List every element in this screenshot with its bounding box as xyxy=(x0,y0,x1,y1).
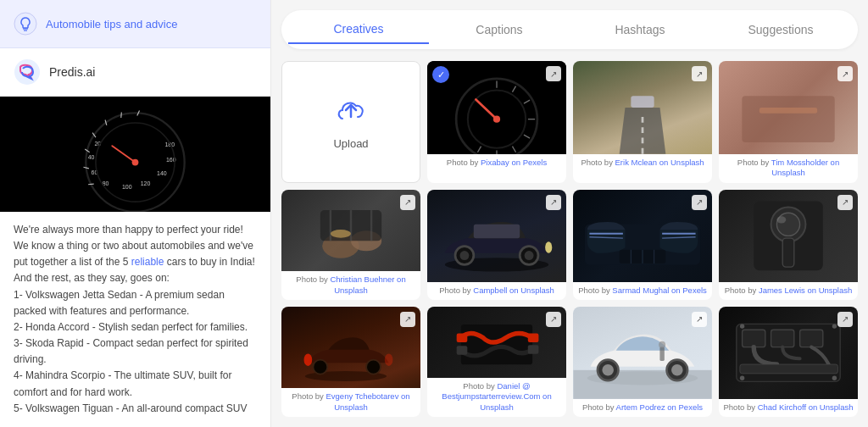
img-caption-5: Photo by Campbell on Unsplash xyxy=(427,282,566,300)
predis-name: Predis.ai xyxy=(49,65,95,79)
svg-rect-54 xyxy=(474,224,520,237)
img-caption-1: Photo by Pixabay on Pexels xyxy=(427,154,566,172)
predis-logo-icon xyxy=(14,58,41,86)
selected-check-icon: ✓ xyxy=(432,66,449,83)
svg-rect-44 xyxy=(760,108,817,114)
svg-rect-80 xyxy=(457,333,468,342)
svg-point-75 xyxy=(304,353,313,365)
svg-point-89 xyxy=(671,364,683,376)
external-link-icon-4[interactable]: ↗ xyxy=(400,195,415,210)
svg-rect-93 xyxy=(743,330,765,347)
svg-point-76 xyxy=(385,353,393,365)
image-cell-2[interactable]: ↗ Photo by Erik Mclean on Unsplash xyxy=(573,61,712,183)
svg-point-91 xyxy=(659,341,665,348)
image-cell-4[interactable]: ↗ Photo by Christian Buehner on Unsplash xyxy=(281,190,420,300)
main-image: 20 40 60 80 100 120 140 160 180 xyxy=(0,97,270,212)
image-cell-7[interactable]: ↗ Photo by James Lewis on Unsplash xyxy=(719,190,858,300)
external-link-icon-1[interactable]: ↗ xyxy=(546,66,561,81)
svg-rect-95 xyxy=(800,330,823,347)
img-caption-3: Photo by Tim Mossholder on Unsplash xyxy=(719,154,858,183)
image-grid: Upload xyxy=(281,61,858,417)
img-credit-link-10[interactable]: Artem Podrez on Pexels xyxy=(616,402,703,412)
external-link-icon-8[interactable]: ↗ xyxy=(400,312,415,327)
upload-cell[interactable]: Upload xyxy=(281,61,420,183)
svg-point-98 xyxy=(740,375,744,380)
image-cell-10[interactable]: ↗ Photo by Artem Podrez on Pexels xyxy=(573,307,712,417)
svg-point-73 xyxy=(776,216,786,223)
external-link-icon-7[interactable]: ↗ xyxy=(837,195,853,210)
svg-point-52 xyxy=(331,230,351,238)
svg-point-99 xyxy=(832,375,837,380)
image-cell-8[interactable]: ↗ Photo by Evgeny Tchebotarev on Unsplas… xyxy=(281,307,420,417)
img-credit-link-2[interactable]: Erik Mclean on Unsplash xyxy=(615,158,704,167)
tab-captions[interactable]: Captions xyxy=(429,16,570,43)
lightbulb-icon xyxy=(14,12,37,36)
svg-point-58 xyxy=(525,251,534,260)
svg-point-78 xyxy=(366,360,381,374)
upload-icon xyxy=(334,93,368,130)
right-panel: Creatives Captions Hashtags Suggestions … xyxy=(271,0,868,427)
img-caption-7: Photo by James Lewis on Unsplash xyxy=(719,282,858,300)
svg-text:140: 140 xyxy=(157,170,167,176)
brand-title: Automobile tips and advice xyxy=(46,18,177,30)
img-credit-link-6[interactable]: Sarmad Mughal on Pexels xyxy=(612,286,706,295)
external-link-icon-6[interactable]: ↗ xyxy=(692,195,707,210)
image-cell-3[interactable]: ↗ Photo by Tim Mossholder on Unsplash xyxy=(719,61,858,183)
svg-rect-41 xyxy=(631,96,654,108)
tab-hashtags[interactable]: Hashtags xyxy=(570,16,710,43)
image-cell-11[interactable]: ↗ Photo by Chad Kirchoff on Unsplash xyxy=(719,307,858,417)
svg-rect-94 xyxy=(771,330,794,347)
external-link-icon-5[interactable]: ↗ xyxy=(546,195,561,210)
img-caption-6: Photo by Sarmad Mughal on Pexels xyxy=(573,282,712,300)
svg-point-71 xyxy=(776,213,799,236)
img-credit-link-1[interactable]: Pixabay on Pexels xyxy=(481,158,547,167)
svg-point-77 xyxy=(313,360,327,374)
image-cell-6[interactable]: ↗ Photo by Sarmad Mughal on Pexels xyxy=(573,190,712,300)
img-credit-link-9[interactable]: Daniel @ Bestjumpstarterreview.Com on Un… xyxy=(442,381,551,412)
svg-rect-72 xyxy=(782,238,794,267)
svg-point-96 xyxy=(740,324,744,328)
img-credit-link-8[interactable]: Evgeny Tchebotarev on Unsplash xyxy=(326,391,410,411)
img-caption-9: Photo by Daniel @ Bestjumpstarterreview.… xyxy=(427,378,566,417)
svg-rect-82 xyxy=(457,346,468,355)
external-link-icon-2[interactable]: ↗ xyxy=(692,66,707,81)
external-link-icon-11[interactable]: ↗ xyxy=(837,312,853,327)
svg-point-23 xyxy=(132,159,139,166)
svg-text:120: 120 xyxy=(141,180,151,186)
img-credit-link-3[interactable]: Tim Mossholder on Unsplash xyxy=(771,158,839,177)
image-cell-1[interactable]: ✓ ↗ Photo by Pixabay on Pexels xyxy=(427,61,566,183)
svg-point-56 xyxy=(459,251,469,260)
svg-rect-100 xyxy=(740,364,838,374)
svg-point-3 xyxy=(14,59,40,85)
external-link-icon-10[interactable]: ↗ xyxy=(692,312,707,327)
external-link-icon-9[interactable]: ↗ xyxy=(546,312,561,327)
svg-rect-43 xyxy=(742,96,834,142)
post-text: We're always more than happy to perfect … xyxy=(0,212,270,427)
svg-point-97 xyxy=(832,324,837,328)
img-caption-4: Photo by Christian Buehner on Unsplash xyxy=(281,271,420,300)
img-caption-8: Photo by Evgeny Tchebotarev on Unsplash xyxy=(281,388,420,417)
brand-header: Automobile tips and advice xyxy=(0,0,270,48)
image-cell-9[interactable]: ↗ Photo by Daniel @ Bestjumpstarterrevie… xyxy=(427,307,566,417)
upload-label: Upload xyxy=(333,137,368,150)
svg-rect-90 xyxy=(659,347,664,360)
svg-rect-83 xyxy=(528,345,539,354)
img-credit-link-7[interactable]: James Lewis on Unsplash xyxy=(759,286,852,295)
img-credit-link-4[interactable]: Christian Buehner on Unsplash xyxy=(330,274,405,294)
img-credit-link-11[interactable]: Chad Kirchoff on Unsplash xyxy=(758,402,854,412)
external-link-icon-3[interactable]: ↗ xyxy=(837,66,853,81)
predis-row: Predis.ai xyxy=(0,48,270,97)
svg-point-37 xyxy=(493,116,500,123)
img-caption-11: Photo by Chad Kirchoff on Unsplash xyxy=(719,399,858,417)
image-cell-5[interactable]: ↗ Photo by Campbell on Unsplash xyxy=(427,190,566,300)
reliable-link[interactable]: reliable xyxy=(131,256,164,268)
img-caption-10: Photo by Artem Podrez on Pexels xyxy=(573,399,712,417)
svg-point-59 xyxy=(545,241,552,253)
tab-suggestions[interactable]: Suggestions xyxy=(710,16,851,43)
svg-rect-81 xyxy=(528,333,539,342)
tab-creatives[interactable]: Creatives xyxy=(288,15,429,44)
img-credit-link-5[interactable]: Campbell on Unsplash xyxy=(473,286,554,295)
svg-point-87 xyxy=(602,364,614,376)
tabs-bar: Creatives Captions Hashtags Suggestions xyxy=(281,10,858,49)
left-panel: Automobile tips and advice Predis.ai xyxy=(0,0,271,427)
